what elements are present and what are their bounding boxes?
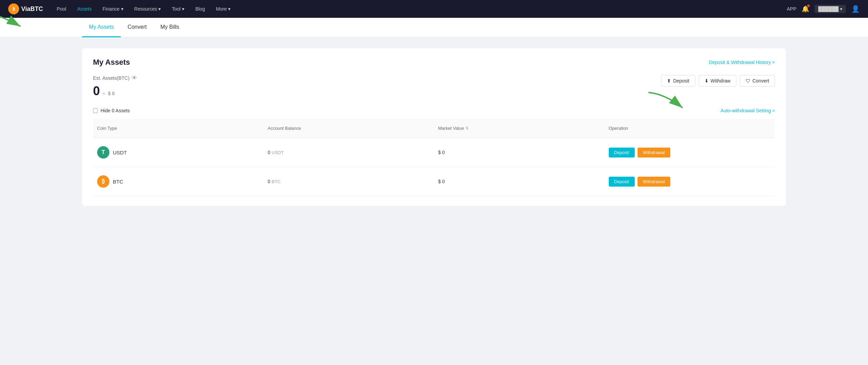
tab-my-assets[interactable]: My Assets [82, 18, 121, 37]
chevron-down-icon: ▾ [158, 6, 161, 12]
convert-header-button[interactable]: 🛡 Convert [740, 75, 775, 87]
nav-avatar[interactable]: 👤 [851, 5, 860, 13]
btc-icon: ₿ [97, 175, 109, 188]
btc-deposit-button[interactable]: Deposit [609, 177, 635, 187]
logo[interactable]: ₿ ViaBTC [8, 3, 43, 14]
tabs-bar: My Assets Convert My Bills [0, 18, 868, 37]
nav-right: APP 🔔 ██████ ▾ 👤 [787, 5, 860, 13]
est-assets-left: Est. Assets(BTC) 👁 0 ≈ $ 0 [93, 75, 137, 98]
nav-app[interactable]: APP [787, 6, 796, 12]
deposit-withdrawal-history-link[interactable]: Deposit & Withdrawal History > [709, 60, 775, 65]
table-header: Coin Type Account Balance Market Value ⇅… [93, 119, 775, 138]
coin-name: BTC [113, 179, 123, 185]
chevron-down-icon: ▾ [840, 6, 842, 12]
usdt-icon: T [97, 146, 109, 159]
est-assets-label: Est. Assets(BTC) 👁 [93, 75, 137, 81]
chevron-down-icon: ▾ [228, 6, 231, 12]
my-assets-card: My Assets Deposit & Withdrawal History >… [82, 48, 786, 206]
est-usd-value: $ 0 [108, 91, 115, 96]
market-value-cell: $ 0 [434, 175, 605, 188]
coin-name: USDT [113, 150, 127, 155]
coin-type-cell: ₿ BTC [93, 172, 264, 191]
nav-user-dropdown[interactable]: ██████ ▾ [815, 5, 846, 13]
navbar: ₿ ViaBTC Pool Assets Finance ▾ Resources… [0, 0, 868, 18]
withdraw-icon: ⬇ [705, 78, 709, 84]
hide-zero-checkbox-row[interactable]: Hide 0 Assets [93, 108, 130, 113]
col-market-value: Market Value ⇅ [434, 122, 605, 134]
nav-resources[interactable]: Resources ▾ [130, 4, 165, 14]
est-assets-value: 0 ≈ $ 0 [93, 84, 137, 98]
tab-my-bills[interactable]: My Bills [154, 18, 186, 37]
nav-assets[interactable]: Assets [73, 4, 96, 14]
col-account-balance: Account Balance [264, 122, 434, 134]
operation-cell: Deposit Withdrawal [605, 173, 775, 190]
nav-bell[interactable]: 🔔 [802, 5, 809, 13]
account-balance-cell: 0 BTC [264, 175, 434, 188]
coin-type-cell: T USDT [93, 143, 264, 162]
nav-finance[interactable]: Finance ▾ [98, 4, 128, 14]
shield-icon: 🛡 [746, 78, 750, 84]
nav-blog[interactable]: Blog [191, 4, 209, 14]
card-header: My Assets Deposit & Withdrawal History > [93, 58, 775, 67]
visibility-toggle-icon[interactable]: 👁 [132, 75, 137, 81]
est-assets-section: Est. Assets(BTC) 👁 0 ≈ $ 0 ⬆ Deposit ⬇ W… [93, 75, 775, 98]
table-row: ₿ BTC 0 BTC $ 0 Deposit Withdrawal [93, 167, 775, 196]
chevron-down-icon: ▾ [182, 6, 184, 12]
nav-more[interactable]: More ▾ [212, 4, 235, 14]
account-balance-cell: 0 USDT [264, 146, 434, 159]
logo-icon: ₿ [8, 3, 19, 14]
action-buttons: ⬆ Deposit ⬇ Withdraw 🛡 Convert [661, 75, 775, 87]
auto-withdrawal-link[interactable]: Auto-withdrawal Setting > [721, 108, 775, 113]
market-value-cell: $ 0 [434, 146, 605, 159]
nav-tool[interactable]: Tool ▾ [168, 4, 188, 14]
svg-text:₿: ₿ [13, 7, 15, 12]
tab-convert[interactable]: Convert [121, 18, 154, 37]
deposit-icon: ⬆ [667, 78, 671, 84]
filter-row: Hide 0 Assets Auto-withdrawal Setting > [93, 108, 775, 113]
operation-cell: Deposit Withdrawal [605, 144, 775, 161]
main-content: My Assets Deposit & Withdrawal History >… [0, 37, 868, 217]
hide-zero-label: Hide 0 Assets [101, 108, 130, 113]
nav-pool[interactable]: Pool [53, 4, 70, 14]
deposit-button[interactable]: ⬆ Deposit [661, 75, 695, 87]
usdt-deposit-button[interactable]: Deposit [609, 148, 635, 158]
sort-icon[interactable]: ⇅ [465, 126, 469, 130]
table-row: T USDT 0 USDT $ 0 Deposit Withdrawal [93, 138, 775, 167]
usdt-withdrawal-button[interactable]: Withdrawal [637, 148, 670, 158]
col-coin-type: Coin Type [93, 122, 264, 134]
chevron-down-icon: ▾ [121, 6, 123, 12]
page-title: My Assets [93, 58, 130, 67]
username: ██████ [818, 6, 839, 12]
withdraw-button[interactable]: ⬇ Withdraw [699, 75, 736, 87]
btc-withdrawal-button[interactable]: Withdrawal [637, 177, 670, 187]
col-operation: Operation [605, 122, 775, 134]
notification-dot [807, 4, 810, 7]
hide-zero-checkbox[interactable] [93, 108, 98, 113]
logo-text: ViaBTC [21, 5, 43, 13]
